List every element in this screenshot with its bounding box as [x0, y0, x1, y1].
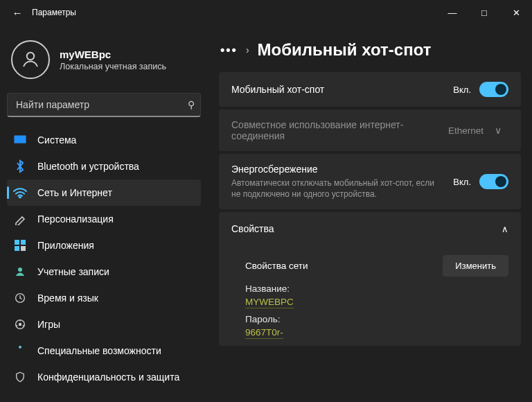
svg-point-11 — [19, 324, 21, 326]
hotspot-toggle[interactable] — [479, 82, 508, 97]
search-icon: ⚲ — [188, 99, 195, 110]
svg-point-12 — [19, 346, 21, 349]
sidebar-item-5[interactable]: Учетные записи — [7, 259, 201, 285]
svg-rect-7 — [21, 246, 26, 251]
sidebar-item-icon — [12, 290, 28, 306]
sidebar-item-icon — [12, 238, 28, 253]
window-maximize-button[interactable]: □ — [468, 0, 500, 25]
chevron-up-icon: ∧ — [502, 224, 508, 234]
sidebar-item-label: Конфиденциальность и защита — [37, 372, 179, 383]
sidebar-item-label: Персонализация — [37, 213, 114, 225]
sidebar-item-4[interactable]: Приложения — [7, 232, 201, 259]
window-title: Параметры — [32, 8, 76, 17]
power-toggle[interactable] — [479, 174, 508, 189]
hotspot-row[interactable]: Мобильный хот-спот Вкл. — [219, 72, 521, 107]
breadcrumb: ••• › Мобильный хот-спот — [220, 40, 520, 60]
chevron-down-icon: ∨ — [495, 125, 502, 136]
sidebar-item-label: Сеть и Интернет — [37, 187, 112, 198]
sidebar-item-icon — [12, 185, 28, 200]
share-select-value: Ethernet — [448, 125, 484, 136]
profile-name: myWEBpc — [60, 49, 166, 60]
share-select[interactable]: Ethernet ∨ — [441, 121, 508, 140]
power-row[interactable]: Энергосбережение Автоматически отключать… — [219, 154, 521, 209]
sidebar-item-3[interactable]: Персонализация — [7, 206, 201, 232]
search-input[interactable] — [16, 99, 188, 110]
network-properties-label: Свойства сети — [245, 261, 308, 271]
window-minimize-button[interactable]: ― — [436, 0, 468, 25]
page-title: Мобильный хот-спот — [258, 40, 432, 60]
sidebar-item-1[interactable]: Bluetooth и устройства — [7, 153, 201, 180]
sidebar-item-label: Bluetooth и устройства — [37, 161, 139, 172]
properties-header-row[interactable]: Свойства ∧ — [219, 212, 521, 245]
sidebar-item-label: Система — [37, 134, 76, 146]
profile-block[interactable]: myWEBpc Локальная учетная запись — [0, 32, 208, 89]
net-name-value: MYWEBPC — [245, 297, 294, 308]
svg-point-3 — [19, 197, 21, 198]
avatar-icon — [11, 40, 50, 79]
sidebar-item-6[interactable]: Время и язык — [7, 285, 201, 311]
power-label: Энергосбережение — [231, 164, 439, 175]
profile-subtitle: Локальная учетная запись — [60, 62, 166, 71]
net-name-label: Название: — [245, 283, 508, 294]
sidebar-item-8[interactable]: Специальные возможности — [7, 338, 201, 364]
search-box[interactable]: ⚲ — [7, 93, 201, 117]
sidebar-item-icon — [12, 211, 28, 227]
sidebar-item-icon — [12, 369, 28, 385]
sidebar-item-label: Приложения — [37, 240, 94, 251]
sidebar-item-label: Игры — [37, 319, 60, 330]
edit-button[interactable]: Изменить — [443, 255, 508, 277]
sidebar-item-7[interactable]: Игры — [7, 311, 201, 338]
chevron-right-icon: › — [246, 44, 249, 55]
back-button[interactable]: ← — [7, 7, 28, 19]
sidebar-item-label: Учетные записи — [37, 266, 109, 277]
hotspot-state: Вкл. — [453, 85, 471, 95]
window-close-button[interactable]: ✕ — [500, 0, 532, 25]
sidebar-item-label: Время и язык — [37, 292, 98, 304]
sidebar-item-icon — [12, 159, 28, 174]
sidebar-item-label: Специальные возможности — [37, 345, 161, 356]
sidebar-item-icon — [12, 317, 28, 332]
properties-header-label: Свойства — [231, 223, 274, 234]
breadcrumb-ellipsis-icon[interactable]: ••• — [220, 43, 238, 58]
sidebar-item-icon — [12, 132, 28, 148]
net-pass-value: 9667T0r- — [245, 327, 283, 339]
net-pass-label: Пароль: — [245, 314, 508, 324]
svg-point-0 — [27, 53, 35, 60]
svg-rect-5 — [21, 240, 26, 245]
svg-rect-4 — [15, 240, 19, 245]
hotspot-label: Мобильный хот-спот — [231, 84, 324, 95]
sidebar-item-icon — [12, 343, 28, 358]
power-sublabel: Автоматически отключать мобильный хот-сп… — [231, 177, 439, 200]
power-state: Вкл. — [453, 177, 471, 187]
share-row: Совместное использование интернет-соедин… — [219, 110, 521, 151]
sidebar-item-2[interactable]: Сеть и Интернет — [7, 180, 201, 206]
share-label: Совместное использование интернет-соедин… — [231, 119, 441, 141]
svg-rect-1 — [14, 135, 26, 143]
svg-point-8 — [18, 268, 22, 272]
sidebar-item-9[interactable]: Конфиденциальность и защита — [7, 364, 201, 390]
sidebar-item-icon — [12, 264, 28, 279]
sidebar-item-0[interactable]: Система — [7, 127, 201, 153]
svg-rect-6 — [15, 246, 19, 251]
